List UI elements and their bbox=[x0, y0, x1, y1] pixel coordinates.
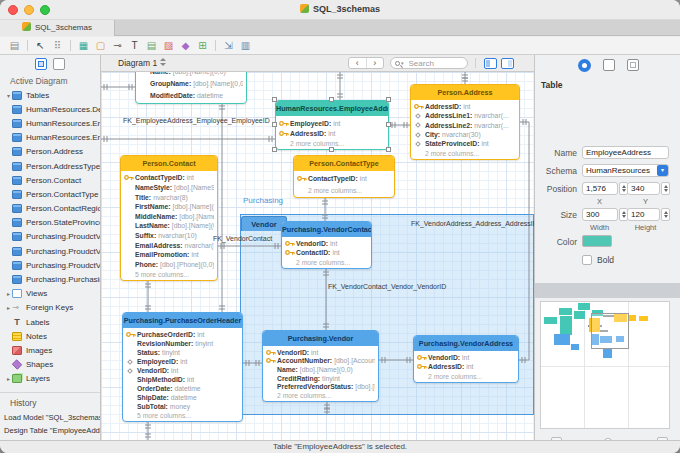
selection-handle[interactable] bbox=[329, 147, 334, 152]
tree-item-label[interactable]: TLabels bbox=[0, 315, 100, 329]
search-input[interactable] bbox=[407, 58, 463, 69]
entity-field: ContactID:int bbox=[285, 248, 368, 257]
new-note-icon[interactable]: ▤ bbox=[143, 39, 160, 53]
entity-purchase-order-header[interactable]: Purchasing.PurchaseOrderHeaderPurchaseOr… bbox=[122, 312, 243, 422]
bold-checkbox[interactable] bbox=[582, 255, 592, 265]
tree-item-note[interactable]: Notes bbox=[0, 329, 100, 343]
history-entry[interactable]: Load Model "SQL_3schemas" bbox=[0, 411, 100, 424]
entity-vendor-contact[interactable]: Purchasing.VendorContactVendorID:intCont… bbox=[281, 221, 372, 269]
entity-vendor[interactable]: Purchasing.VendorVendorID:intAccountNumb… bbox=[262, 330, 379, 402]
relationship-label: FK_VendorAddress_Address_AddressID bbox=[411, 220, 534, 227]
entity-title: HumanResources.EmployeeAddress bbox=[276, 101, 388, 116]
tree-item-table[interactable]: Purchasing.ProudctVen... bbox=[0, 258, 100, 272]
new-shape-icon[interactable]: ◆ bbox=[177, 39, 194, 53]
sidebar-view-tabs bbox=[0, 55, 100, 73]
tree-item-table[interactable]: Purchasing.Purchasing... bbox=[0, 272, 100, 286]
field-type: [dbo].[Flag](0,0) bbox=[355, 383, 375, 390]
entity-person-address[interactable]: Person.AddressAddressID:intAddressLine1:… bbox=[410, 84, 520, 160]
tree-item-label: Images bbox=[26, 346, 52, 355]
expander-icon[interactable]: ▸ bbox=[5, 290, 12, 297]
tree-item-table[interactable]: Person.StateProvince bbox=[0, 216, 100, 230]
tree-item-views[interactable]: ▸Views bbox=[0, 287, 100, 301]
tree-item-table[interactable]: Purchasing.ProudctVen... bbox=[0, 244, 100, 258]
tree-item-tables[interactable]: ▾Tables bbox=[0, 88, 100, 102]
new-relation-icon[interactable]: ⊸ bbox=[109, 39, 126, 53]
new-label-icon[interactable]: T bbox=[126, 39, 143, 53]
layer-icon bbox=[12, 374, 22, 383]
color-swatch[interactable] bbox=[582, 235, 612, 247]
model-overview-tab-icon[interactable] bbox=[53, 58, 65, 70]
toggle-right-pane-icon[interactable] bbox=[501, 58, 514, 69]
key-icon bbox=[266, 357, 277, 364]
next-diagram-button[interactable]: › bbox=[367, 58, 384, 68]
field-type: tinyint bbox=[162, 349, 180, 356]
expander-icon[interactable]: ▸ bbox=[5, 375, 12, 382]
selection-handle[interactable] bbox=[386, 97, 391, 102]
pointer-icon[interactable]: ↖ bbox=[32, 39, 49, 53]
field-name: ContactTypeID: bbox=[135, 174, 185, 181]
schema-field[interactable]: HumanResources bbox=[582, 164, 669, 177]
selection-handle[interactable] bbox=[272, 122, 277, 127]
left-sidebar: Active Diagram ▾TablesHumanResources.Dep… bbox=[0, 55, 101, 440]
pan-icon[interactable]: ⠿ bbox=[49, 39, 66, 53]
entity-department-partial[interactable]: Name:[dbo].[Name](0,0)GroupName:[dbo].[N… bbox=[135, 72, 247, 104]
tree-item-table[interactable]: HumanResources.Emplo... bbox=[0, 116, 100, 130]
entity-person-contacttype[interactable]: Person.ContactTypeContactTypeID:int2 mor… bbox=[293, 155, 395, 198]
entity-vendor-address[interactable]: Purchasing.VendorAddressVendorID:intAddr… bbox=[413, 335, 519, 383]
auto-layout-icon[interactable]: ⇲ bbox=[220, 39, 237, 53]
tree-item-table[interactable]: Person.AddressType bbox=[0, 159, 100, 173]
schema-dropdown-button[interactable]: ▾ bbox=[657, 165, 668, 176]
field-type: [dbo].[Name](0,0) bbox=[173, 72, 226, 75]
tree-item-table[interactable]: HumanResources.Emplo... bbox=[0, 131, 100, 145]
position-x-field[interactable]: 1,576 bbox=[582, 182, 618, 195]
key-icon bbox=[124, 174, 135, 181]
new-layer-icon[interactable]: ⊞ bbox=[194, 39, 211, 53]
entity-person-contact[interactable]: Person.ContactContactTypeID:intNameStyle… bbox=[120, 155, 218, 281]
name-field[interactable]: EmployeeAddress bbox=[582, 146, 669, 159]
entity-employee-address[interactable]: HumanResources.EmployeeAddressEmployeeID… bbox=[275, 100, 389, 150]
tree-item-layer[interactable]: ▸Layers bbox=[0, 372, 100, 386]
new-view-icon[interactable]: ▢ bbox=[92, 39, 109, 53]
tree-item-table[interactable]: Person.Contact bbox=[0, 173, 100, 187]
position-y-field[interactable]: 340 bbox=[627, 182, 660, 195]
selection-handle[interactable] bbox=[386, 122, 391, 127]
minimap-viewport[interactable] bbox=[591, 313, 629, 349]
diagram-minimap[interactable] bbox=[540, 301, 670, 429]
new-image-icon[interactable]: ▨ bbox=[160, 39, 177, 53]
size-height-stepper[interactable] bbox=[661, 208, 670, 221]
size-height-field[interactable]: 120 bbox=[627, 208, 660, 221]
prev-diagram-button[interactable]: ‹ bbox=[349, 58, 367, 68]
gear-tab-icon[interactable] bbox=[578, 59, 591, 72]
tree-item-table[interactable]: Person.Address bbox=[0, 145, 100, 159]
save-icon[interactable]: ▤ bbox=[6, 39, 23, 53]
tree-item-table[interactable]: HumanResources.Depar... bbox=[0, 102, 100, 116]
size-width-field[interactable]: 300 bbox=[582, 208, 618, 221]
expander-icon[interactable]: ▾ bbox=[5, 92, 12, 99]
tree-item-table[interactable]: Person.ContactType bbox=[0, 187, 100, 201]
history-entry[interactable]: Design Table "EmployeeAddress" bbox=[0, 424, 100, 437]
preview-icon[interactable]: ▥ bbox=[237, 39, 254, 53]
axis-width-label: Width bbox=[577, 223, 622, 232]
tree-item-shape[interactable]: Shapes bbox=[0, 358, 100, 372]
tree-item-fk[interactable]: ▸⊸Foreign Keys bbox=[0, 301, 100, 315]
new-table-icon[interactable]: ▦ bbox=[75, 39, 92, 53]
diagram-tab[interactable]: Diagram 1 bbox=[118, 58, 166, 68]
toggle-left-pane-icon[interactable] bbox=[484, 58, 497, 69]
position-y-stepper[interactable] bbox=[661, 182, 670, 195]
note-icon bbox=[12, 332, 22, 341]
field-name: EmailAddress: bbox=[135, 242, 183, 249]
position-label: Position bbox=[537, 184, 577, 194]
selection-handle[interactable] bbox=[386, 147, 391, 152]
selection-handle[interactable] bbox=[272, 147, 277, 152]
tree-item-table[interactable]: Purchasing.ProudctVen... bbox=[0, 230, 100, 244]
active-diagram-tab-icon[interactable] bbox=[35, 58, 47, 70]
panel-alt-tab-icon[interactable] bbox=[627, 59, 639, 71]
panel-tab-icon[interactable] bbox=[603, 59, 615, 71]
tree-item-image[interactable]: Images bbox=[0, 343, 100, 357]
tree-item-table[interactable]: Person.ContactRegion bbox=[0, 202, 100, 216]
document-tab[interactable]: SQL_3schemas bbox=[0, 20, 115, 36]
diagram-canvas[interactable]: PurchasingVendorName:[dbo].[Name](0,0)Gr… bbox=[101, 72, 534, 440]
selection-handle[interactable] bbox=[272, 97, 277, 102]
expander-icon[interactable]: ▸ bbox=[5, 304, 12, 311]
selection-handle[interactable] bbox=[329, 97, 334, 102]
